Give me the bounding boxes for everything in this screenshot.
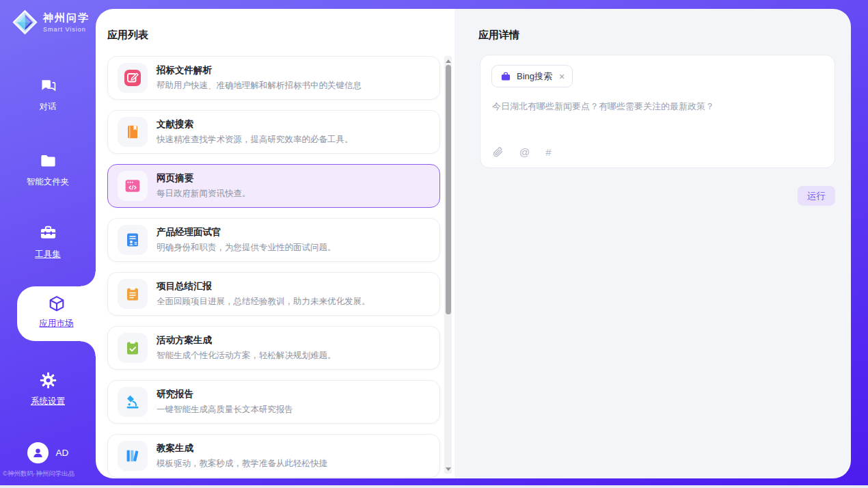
app-icon-tile (118, 63, 148, 93)
clipboard-check-icon (124, 339, 141, 357)
app-card-text: 项目总结汇报 全面回顾项目进展，总结经验教训，助力未来优化发展。 (157, 280, 370, 308)
tool-chip-label: Bing搜索 (517, 70, 552, 83)
app-card[interactable]: 招标文件解析 帮助用户快速、准确地理解和解析招标书中的关键信息 (107, 56, 440, 100)
briefcase-icon (500, 71, 511, 82)
prompt-card: Bing搜索 × 今日湖北有哪些新闻要点？有哪些需要关注的最新政策？ @ # (480, 55, 835, 168)
app-card-text: 产品经理面试官 明确身份和职责，为您提供专业性的面试问题。 (157, 226, 336, 254)
app-card[interactable]: 研究报告 一键智能生成高质量长文本研究报告 (107, 380, 440, 424)
gear-icon (39, 371, 57, 390)
app-window: { "brand": { "name": "神州问学", "tagline": … (0, 0, 868, 488)
brand-name: 神州问学 (43, 12, 90, 25)
app-detail-panel: 应用详情 Bing搜索 × 今日湖北有哪些新闻要点？有哪些需要关注的最新政策？ … (455, 9, 851, 478)
scrollbar-up-arrow[interactable] (446, 58, 451, 64)
app-name: 项目总结汇报 (157, 280, 370, 293)
brand-logo: 神州问学 Smart Vision (12, 9, 90, 36)
sidebar-item-label: 对话 (0, 101, 96, 113)
avatar (27, 442, 49, 463)
gem-diamond-icon (12, 9, 38, 36)
sidebar-item-label: 工具集 (0, 249, 96, 260)
brand-text: 神州问学 Smart Vision (43, 12, 90, 33)
app-icon-tile (118, 441, 148, 471)
input-toolbar: @ # (492, 146, 552, 158)
app-card[interactable]: 教案生成 模板驱动，教案秒成，教学准备从此轻松快捷 (107, 434, 440, 478)
app-description: 明确身份和职责，为您提供专业性的面试问题。 (157, 242, 336, 254)
user-account[interactable]: AD (0, 442, 96, 463)
scrollbar-down-arrow[interactable] (446, 466, 451, 472)
clipboard-note-icon (124, 285, 141, 303)
app-list-title: 应用列表 (107, 29, 148, 42)
app-name: 活动方案生成 (157, 334, 336, 347)
app-icon-tile (118, 333, 148, 363)
folder-icon (39, 152, 57, 170)
app-card-text: 研究报告 一键智能生成高质量长文本研究报告 (157, 388, 293, 416)
app-name: 产品经理面试官 (157, 226, 336, 239)
chat-icon (39, 77, 57, 95)
sidebar-item-label: 系统设置 (0, 396, 96, 407)
app-icon-tile (118, 387, 148, 417)
active-tab-curve-top (81, 271, 96, 286)
paperclip-icon[interactable] (492, 146, 504, 158)
run-button[interactable]: 运行 (798, 186, 835, 206)
app-icon-tile (118, 117, 148, 147)
app-icon-tile (118, 171, 148, 201)
query-text[interactable]: 今日湖北有哪些新闻要点？有哪些需要关注的最新政策？ (492, 100, 823, 113)
bottom-edge-strip (0, 485, 868, 488)
sidebar-item-label: 智能文件夹 (0, 176, 96, 188)
scrollbar[interactable] (444, 56, 452, 474)
app-description: 智能生成个性化活动方案，轻松解决规划难题。 (157, 350, 336, 362)
sidebar-item-toolset[interactable]: 工具集 (0, 224, 96, 260)
app-card-text: 网页摘要 每日政府新闻资讯快查。 (157, 172, 251, 200)
user-icon (31, 446, 45, 460)
app-name: 研究报告 (157, 388, 293, 401)
copyright-text: ©神州数码·神州问学出品 (3, 470, 96, 478)
app-card-text: 文献搜索 快速精准查找学术资源，提高研究效率的必备工具。 (157, 118, 353, 146)
app-name: 文献搜索 (157, 118, 353, 131)
app-description: 一键智能生成高质量长文本研究报告 (157, 404, 293, 416)
hash-icon[interactable]: # (545, 146, 551, 158)
book-icon (124, 123, 141, 141)
user-initials: AD (56, 448, 69, 458)
app-list-panel: 应用列表 招标文件解析 帮助用户快速、准确地理解和解析招标书中的关键信息 文献搜… (96, 9, 455, 478)
books-icon (124, 447, 141, 465)
app-description: 全面回顾项目进展，总结经验教训，助力未来优化发展。 (157, 296, 370, 308)
app-card[interactable]: 项目总结汇报 全面回顾项目进展，总结经验教训，助力未来优化发展。 (107, 272, 440, 316)
app-name: 教案生成 (157, 442, 327, 455)
app-icon-tile (118, 279, 148, 309)
app-card-text: 活动方案生成 智能生成个性化活动方案，轻松解决规划难题。 (157, 334, 336, 362)
app-description: 模板驱动，教案秒成，教学准备从此轻松快捷 (157, 458, 327, 470)
app-card[interactable]: 网页摘要 每日政府新闻资讯快查。 (107, 164, 440, 208)
app-description: 每日政府新闻资讯快查。 (157, 188, 251, 200)
app-name: 网页摘要 (157, 172, 251, 185)
app-card[interactable]: 文献搜索 快速精准查找学术资源，提高研究效率的必备工具。 (107, 110, 440, 154)
app-description: 帮助用户快速、准确地理解和解析招标书中的关键信息 (157, 80, 362, 92)
app-icon-tile (118, 225, 148, 255)
sidebar-item-smart-folder[interactable]: 智能文件夹 (0, 152, 96, 188)
sidebar-item-chat[interactable]: 对话 (0, 77, 96, 113)
at-icon[interactable]: @ (519, 146, 530, 158)
app-card-text: 招标文件解析 帮助用户快速、准确地理解和解析招标书中的关键信息 (157, 64, 362, 92)
webpage-code-icon (124, 177, 141, 195)
edit-square-icon (124, 69, 141, 87)
app-detail-title: 应用详情 (478, 29, 519, 42)
close-icon[interactable]: × (559, 72, 565, 81)
app-card[interactable]: 产品经理面试官 明确身份和职责，为您提供专业性的面试问题。 (107, 218, 440, 262)
app-card-text: 教案生成 模板驱动，教案秒成，教学准备从此轻松快捷 (157, 442, 327, 470)
tool-chip-bing-search[interactable]: Bing搜索 × (491, 65, 573, 87)
app-description: 快速精准查找学术资源，提高研究效率的必备工具。 (157, 134, 353, 146)
sidebar-item-settings[interactable]: 系统设置 (0, 371, 96, 407)
sidebar-item-app-market[interactable]: 应用市场 (17, 286, 96, 341)
sidebar: 神州问学 Smart Vision 对话 智能文件夹 工具集 (0, 0, 96, 485)
toolbox-icon (39, 224, 57, 243)
microscope-icon (124, 393, 141, 411)
cube-icon (47, 295, 66, 314)
scrollbar-thumb[interactable] (446, 65, 451, 314)
app-card-list: 招标文件解析 帮助用户快速、准确地理解和解析招标书中的关键信息 文献搜索 快速精… (107, 56, 440, 478)
active-tab-curve-bottom (81, 341, 96, 356)
sidebar-item-label: 应用市场 (17, 318, 96, 329)
brand-tagline: Smart Vision (43, 26, 90, 33)
app-card[interactable]: 活动方案生成 智能生成个性化活动方案，轻松解决规划难题。 (107, 326, 440, 370)
app-name: 招标文件解析 (157, 64, 362, 77)
interview-doc-icon (124, 231, 141, 249)
